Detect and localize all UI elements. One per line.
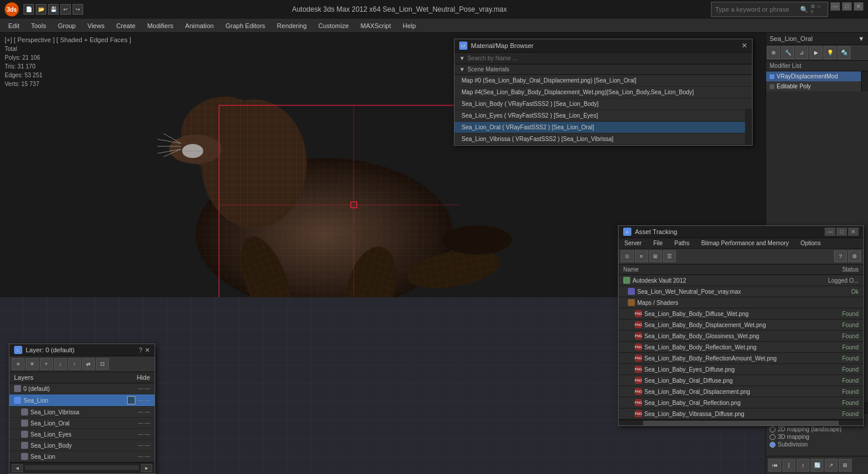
layer-scroll-bar[interactable]: ◄ ► [9, 462, 155, 473]
asset-menu-server[interactable]: Server [618, 238, 647, 248]
layer-help-btn[interactable]: ? [139, 346, 142, 354]
menu-edit[interactable]: Edit [2, 21, 25, 30]
menu-customize[interactable]: Customize [313, 21, 355, 30]
layer-item-5[interactable]: Sea_Lion_Body — — [9, 440, 155, 451]
search-input[interactable] [715, 6, 800, 13]
material-browser-scrollbar[interactable] [745, 109, 752, 145]
asset-png-7[interactable]: PNG Sea_Lion_Baby_Oral_Displacement.png … [618, 386, 863, 397]
mat-item-0[interactable]: Map #0 (Sea_Lion_Baby_Oral_Displacement.… [454, 75, 752, 87]
asset-vault[interactable]: Autodesk Vault 2012 Logged O... [618, 275, 863, 286]
asset-maps-folder[interactable]: Maps / Shaders [618, 297, 863, 308]
asset-scroll-thumb[interactable] [643, 421, 839, 425]
asset-png-3[interactable]: PNG Sea_Lion_Baby_Body_Reflection_Wet.pn… [618, 342, 863, 353]
new-btn[interactable]: 📄 [23, 4, 34, 15]
rt-btn-5[interactable]: 💡 [823, 46, 836, 59]
save-btn[interactable]: 💾 [48, 4, 59, 15]
material-search-input[interactable] [467, 55, 747, 61]
asset-tb-help[interactable]: ? [834, 250, 847, 262]
modifier-list-scrollbar[interactable] [861, 71, 868, 91]
layer-tool-3[interactable]: + [40, 358, 53, 370]
rt-btn-6[interactable]: 🔩 [838, 46, 850, 59]
layer-item-0[interactable]: 0 (default) — — [9, 383, 155, 394]
rt-btn-3[interactable]: ⊿ [795, 46, 808, 59]
menu-animation[interactable]: Animation [179, 21, 220, 30]
minimize-btn[interactable]: — [831, 2, 840, 11]
layer-item-3[interactable]: Sea_Lion_Oral — — [9, 418, 155, 429]
asset-tb-1[interactable]: ⊙ [621, 250, 634, 262]
layer-item-1[interactable]: Sea_Lion — — [9, 394, 155, 407]
layer-scroll-left[interactable]: ◄ [12, 464, 23, 472]
asset-tb-3[interactable]: ⊞ [649, 250, 662, 262]
mat-item-2[interactable]: Sea_Lion_Body ( VRayFastSSS2 ) [Sea_Lion… [454, 98, 752, 110]
mat-item-4[interactable]: Sea_Lion_Oral ( VRayFastSSS2 ) [Sea_Lion… [454, 122, 752, 133]
redo-btn[interactable]: ↪ [73, 4, 83, 15]
menu-tools[interactable]: Tools [25, 21, 52, 30]
layer-tool-4[interactable]: ↓ [54, 358, 67, 370]
modifier-list: VRayDisplacementMod Editable Poly [766, 71, 861, 91]
layer-tool-5[interactable]: ↑ [68, 358, 81, 370]
layer-tool-7[interactable]: ⊡ [96, 358, 109, 370]
mat-item-3[interactable]: Sea_Lion_Eyes ( VRayFastSSS2 ) [Sea_Lion… [454, 110, 752, 122]
asset-png-6[interactable]: PNG Sea_Lion_Baby_Oral_Diffuse.png Found [618, 375, 863, 386]
asset-close[interactable]: ✕ [848, 228, 859, 236]
layer-scroll-track[interactable] [25, 465, 139, 470]
asset-menu-options[interactable]: Options [795, 238, 826, 248]
asset-png-9[interactable]: PNG Sea_Lion_Baby_Vibrassa_Diffuse.png F… [618, 408, 863, 420]
undo-btn[interactable]: ↩ [60, 4, 71, 15]
menu-maxscript[interactable]: MAXScript [355, 21, 397, 30]
bt-btn-1[interactable]: ⏮ [768, 459, 781, 472]
asset-png-0[interactable]: PNG Sea_Lion_Baby_Body_Diffuse_Wet.png F… [618, 308, 863, 320]
asset-png-1[interactable]: PNG Sea_Lion_Baby_Body_Displacement_Wet.… [618, 320, 863, 331]
asset-scroll-bar[interactable] [618, 420, 863, 425]
bt-btn-5[interactable]: ↗ [825, 459, 838, 472]
rt-btn-2[interactable]: 🔧 [781, 46, 794, 59]
radio-2d[interactable]: 2D mapping (landscape) [770, 426, 864, 432]
layer-close-btn[interactable]: ✕ [145, 346, 150, 354]
asset-menu-bitmap[interactable]: Bitmap Performance and Memory [695, 238, 795, 248]
layer-tool-1[interactable]: ≡ [12, 358, 25, 370]
mat-item-1[interactable]: Map #4(Sea_Lion_Baby_Body_Displacement_W… [454, 87, 752, 98]
bt-btn-6[interactable]: ⊞ [839, 459, 852, 472]
rt-btn-1[interactable]: ⊕ [767, 46, 780, 59]
menu-create[interactable]: Create [110, 21, 141, 30]
layer-item-2[interactable]: Sea_Lion_Vibrissa — — [9, 407, 155, 418]
menu-help[interactable]: Help [397, 21, 422, 30]
material-browser-close[interactable]: ✕ [741, 42, 747, 50]
menu-graph-editors[interactable]: Graph Editors [220, 21, 271, 30]
restore-btn[interactable]: □ [842, 2, 852, 11]
layer-tool-6[interactable]: ⇄ [82, 358, 95, 370]
radio-3d[interactable]: 3D mapping [770, 434, 864, 440]
modifier-vray[interactable]: VRayDisplacementMod [766, 71, 861, 81]
rt-btn-4[interactable]: ▶ [809, 46, 822, 59]
asset-tb-4[interactable]: ☰ [663, 250, 676, 262]
bt-btn-4[interactable]: 🔄 [811, 459, 823, 472]
open-btn[interactable]: 📂 [36, 4, 46, 15]
modifier-poly[interactable]: Editable Poly [766, 81, 861, 91]
menu-group[interactable]: Group [52, 21, 82, 30]
close-btn[interactable]: ✕ [854, 2, 863, 11]
asset-max-file[interactable]: Sea_Lion_Wet_Neutral_Pose_vray.max Ok [618, 286, 863, 297]
menu-views[interactable]: Views [81, 21, 110, 30]
layer-1-vis[interactable] [127, 396, 135, 404]
mat-item-5[interactable]: Sea_Lion_Vibrissa ( VRayFastSSS2 ) [Sea_… [454, 133, 752, 145]
layer-item-6[interactable]: Sea_Lion — — [9, 451, 155, 462]
search-bar[interactable]: 🔍 ⚙ ☆ ? [711, 2, 828, 17]
layer-tool-2[interactable]: ✕ [26, 358, 39, 370]
menu-modifiers[interactable]: Modifiers [141, 21, 179, 30]
asset-tb-settings[interactable]: ⚙ [848, 250, 861, 262]
menu-rendering[interactable]: Rendering [271, 21, 313, 30]
radio-subdiv[interactable]: Subdivision [770, 441, 864, 448]
bt-btn-2[interactable]: | [782, 459, 795, 472]
asset-minimize[interactable]: — [825, 228, 835, 236]
asset-png-2[interactable]: PNG Sea_Lion_Baby_Body_Glossiness_Wet.pn… [618, 331, 863, 342]
asset-restore[interactable]: □ [836, 228, 847, 236]
asset-menu-paths[interactable]: Paths [669, 238, 696, 248]
asset-png-8[interactable]: PNG Sea_Lion_Baby_Oral_Reflection.png Fo… [618, 397, 863, 408]
asset-menu-file[interactable]: File [647, 238, 668, 248]
asset-tb-2[interactable]: ≡ [635, 250, 648, 262]
asset-png-4[interactable]: PNG Sea_Lion_Baby_Body_ReflectionAmount_… [618, 353, 863, 364]
bt-btn-3[interactable]: ↕ [797, 459, 809, 472]
layer-item-4[interactable]: Sea_Lion_Eyes — — [9, 429, 155, 440]
layer-scroll-right[interactable]: ► [141, 464, 152, 472]
asset-png-5[interactable]: PNG Sea_Lion_Baby_Eyes_Diffuse.png Found [618, 364, 863, 375]
